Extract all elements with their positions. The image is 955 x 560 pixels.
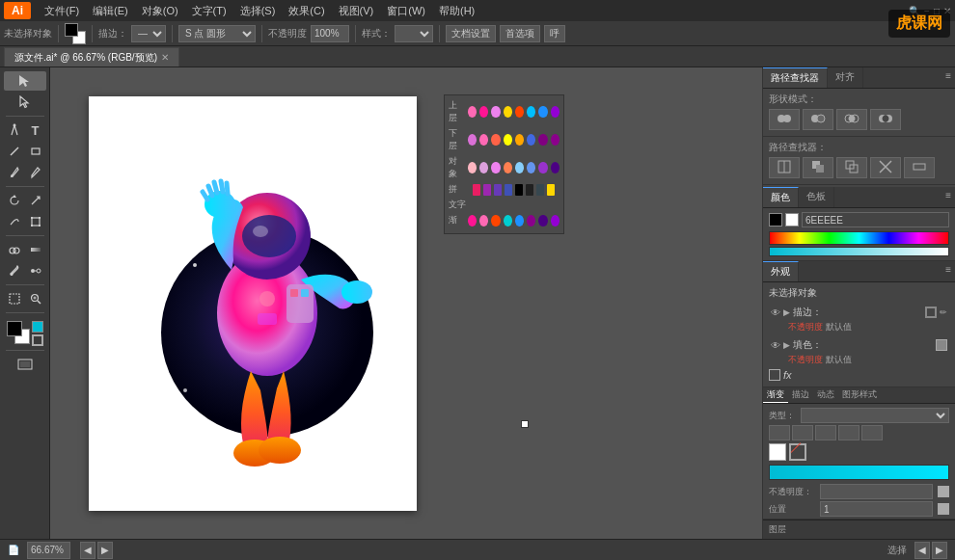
style-select[interactable] (395, 25, 433, 42)
tab-close-btn[interactable]: ✕ (161, 52, 169, 63)
text-tool[interactable]: T (25, 120, 45, 140)
free-transform-tool[interactable] (25, 212, 45, 231)
point-shape-select[interactable]: S 点 圆形 (178, 25, 256, 42)
fill-layer-color[interactable] (936, 339, 947, 351)
artboard-tool[interactable] (4, 289, 24, 308)
pencil-tool[interactable] (25, 163, 45, 182)
eyedropper-group (4, 261, 45, 280)
line-tool[interactable] (4, 142, 24, 161)
color-panel-options[interactable]: ≡ (941, 187, 955, 207)
trim-btn[interactable] (803, 157, 833, 178)
menu-text[interactable]: 文字(T) (186, 2, 232, 20)
tab-pattern[interactable]: 图形样式 (838, 387, 881, 403)
panel-options-btn[interactable]: ≡ (941, 67, 955, 88)
shape-builder-tool[interactable] (4, 240, 24, 259)
unite-btn[interactable] (769, 109, 800, 130)
scale-tool[interactable] (25, 191, 45, 210)
fill-color-box[interactable] (65, 23, 86, 44)
fill-layer-row[interactable]: 👁 ▶ 填色： (769, 336, 949, 354)
screen-mode-btn[interactable] (4, 355, 46, 374)
gradient-preset-1[interactable] (769, 425, 790, 440)
next-page-btn[interactable]: ▶ (97, 542, 113, 559)
exclude-btn[interactable] (870, 109, 901, 130)
stroke-layer-color[interactable] (925, 307, 937, 318)
blend-tool[interactable] (25, 261, 45, 280)
position-input[interactable] (820, 501, 933, 517)
selection-handle[interactable] (521, 420, 529, 428)
fx-checkbox[interactable] (769, 369, 780, 381)
tab-effects[interactable]: 渐变 (763, 387, 788, 403)
tab-stroke2[interactable]: 描边 (788, 387, 813, 403)
menu-help[interactable]: 帮助(H) (433, 2, 480, 20)
fx-label[interactable]: fx (783, 369, 792, 381)
gradient-preset-5[interactable] (861, 425, 883, 440)
menu-window[interactable]: 窗口(W) (381, 2, 431, 20)
menu-file[interactable]: 文件(F) (39, 2, 85, 20)
gradient-preset-4[interactable] (838, 425, 860, 440)
color-tint-bar[interactable] (769, 247, 949, 256)
gradient-type-select[interactable] (801, 408, 949, 423)
color-guide-tab[interactable]: 色板 (799, 187, 834, 207)
merge-btn[interactable] (836, 157, 867, 178)
menu-effect[interactable]: 效果(C) (283, 2, 330, 20)
rotate-tool[interactable] (4, 191, 24, 210)
menu-select[interactable]: 选择(S) (234, 2, 282, 20)
preferences-btn[interactable]: 首选项 (500, 25, 540, 42)
gradient-tool[interactable] (25, 240, 45, 259)
stroke-layer-row[interactable]: 👁 ▶ 描边： ✏ (769, 304, 949, 321)
bottom-right-btn[interactable]: ▶ (932, 542, 947, 559)
doc-settings-btn[interactable]: 文档设置 (446, 25, 496, 42)
type-row: 类型： (769, 408, 949, 423)
fill-box[interactable] (769, 213, 782, 227)
eye-icon-fill[interactable]: 👁 (771, 340, 780, 351)
stroke-box[interactable] (785, 213, 799, 227)
stroke-outline-box[interactable] (789, 443, 806, 461)
menu-edit[interactable]: 编辑(E) (87, 2, 134, 20)
opacity2-input[interactable] (820, 484, 933, 499)
no-color-box[interactable] (32, 334, 43, 346)
fill-white-box[interactable] (769, 443, 786, 461)
stroke-edit-icon[interactable]: ✏ (940, 307, 947, 317)
gradient-preset-3[interactable] (815, 425, 836, 440)
eyedropper-tool[interactable] (4, 261, 24, 280)
intersect-btn[interactable] (836, 109, 867, 130)
speak-btn[interactable]: 呼 (544, 25, 565, 42)
appearance-options-btn[interactable]: ≡ (941, 261, 955, 281)
paintbrush-tool[interactable] (4, 163, 24, 182)
zoom-input[interactable] (27, 542, 70, 559)
divide-btn[interactable] (769, 157, 800, 178)
select-tool[interactable] (4, 71, 46, 91)
cyan-color-box[interactable] (32, 321, 43, 333)
prev-page-btn[interactable]: ◀ (80, 542, 96, 559)
swatch-row-text: 文字 (449, 199, 559, 211)
hex-color-input[interactable] (802, 212, 949, 227)
color-spectrum-bar[interactable] (769, 231, 949, 245)
appearance-tab[interactable]: 外观 (763, 261, 799, 281)
outline-btn[interactable] (904, 157, 935, 178)
opacity-input[interactable] (311, 25, 349, 42)
fg-color-box[interactable] (7, 321, 22, 336)
zoom-tool[interactable] (25, 289, 45, 308)
tab-motion[interactable]: 动态 (813, 387, 838, 403)
menu-object[interactable]: 对象(O) (136, 2, 184, 20)
stroke-fill-indicator[interactable] (7, 321, 30, 344)
type-label: 类型： (769, 410, 798, 422)
color-tab[interactable]: 颜色 (763, 187, 799, 207)
pathfinder-tab[interactable]: 路径查找器 (763, 67, 828, 88)
canvas-area[interactable]: 上层 下层 (50, 67, 762, 539)
direct-select-tool[interactable] (4, 93, 46, 112)
gradient-preview-bar[interactable] (769, 465, 949, 480)
doc-tab[interactable]: 源文件.ai* @ 66.67% (RGB/预览) ✕ (4, 47, 179, 67)
stroke-select[interactable]: — (131, 25, 166, 42)
eye-icon-stroke[interactable]: 👁 (771, 307, 780, 318)
minus-front-btn[interactable] (803, 109, 833, 130)
bottom-left-btn[interactable]: ◀ (914, 542, 930, 559)
no-selection-text: 未选择对象 (769, 286, 949, 300)
menu-view[interactable]: 视图(V) (333, 2, 380, 20)
warp-tool[interactable] (4, 212, 24, 231)
pen-tool[interactable] (4, 120, 24, 140)
rect-tool[interactable] (25, 142, 45, 161)
align-tab[interactable]: 对齐 (828, 67, 863, 88)
gradient-preset-2[interactable] (792, 425, 813, 440)
crop-btn[interactable] (870, 157, 901, 178)
